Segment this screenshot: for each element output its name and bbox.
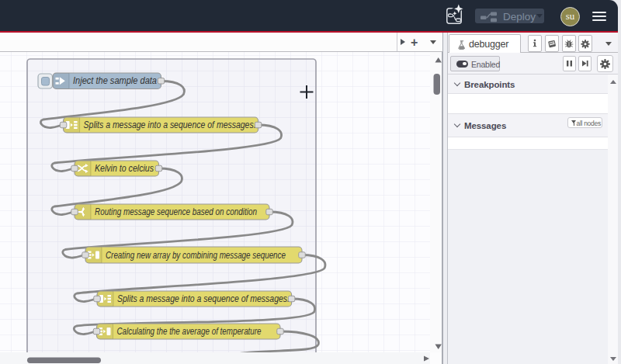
svg-text:Inject the sample data: Inject the sample data: [73, 75, 157, 86]
svg-text:Routing message sequence based: Routing message sequence based on condit…: [95, 206, 257, 217]
svg-text:Calculating the the average of: Calculating the the average of temperatu…: [117, 326, 262, 337]
svg-text:Creating new array by combinin: Creating new array by combining message …: [106, 250, 286, 261]
svg-text:Kelvin to celcius: Kelvin to celcius: [95, 163, 154, 174]
svg-text:Splits a message into a sequen: Splits a message into a sequence of mess…: [117, 293, 290, 304]
svg-text:Splits a message into a sequen: Splits a message into a sequence of mess…: [84, 120, 256, 130]
